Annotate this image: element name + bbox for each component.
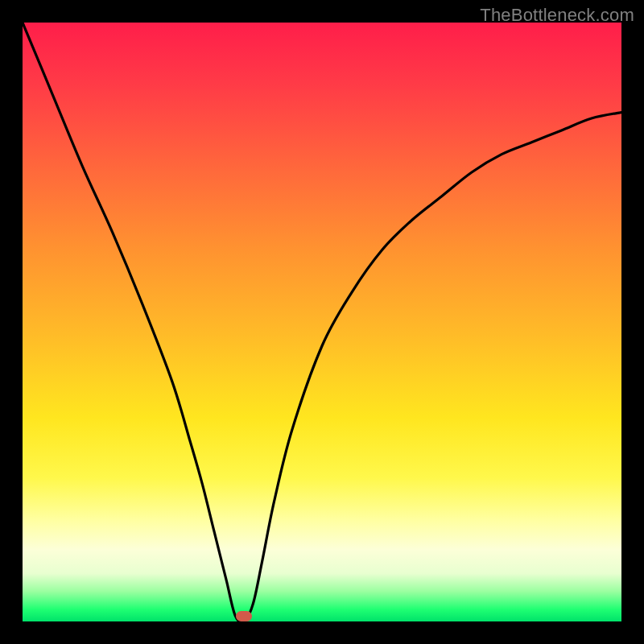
chart-frame: TheBottleneck.com bbox=[0, 0, 644, 644]
bottleneck-curve bbox=[23, 23, 621, 621]
optimal-marker bbox=[236, 611, 252, 621]
plot-area bbox=[23, 23, 621, 621]
